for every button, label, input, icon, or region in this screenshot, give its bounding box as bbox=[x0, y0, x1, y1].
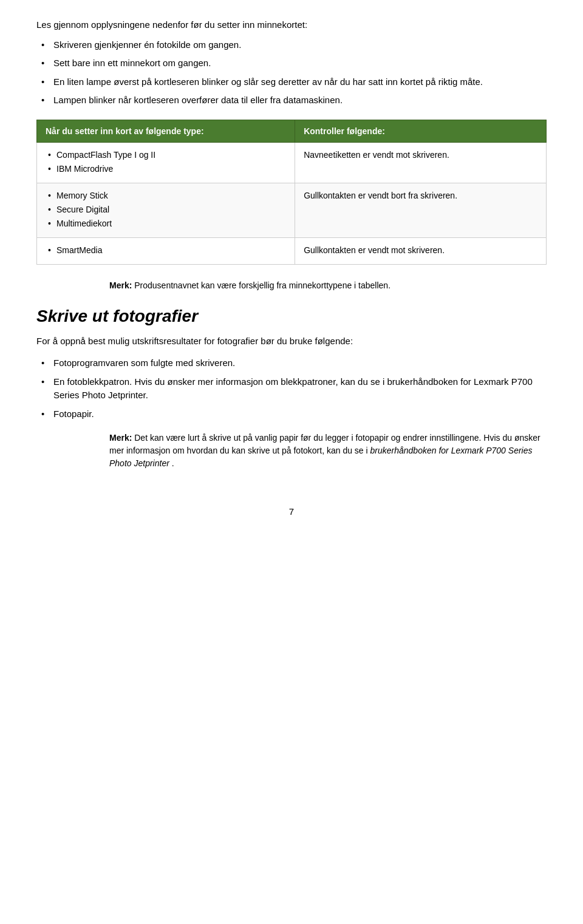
card-type-memorystick: Memory Stick bbox=[46, 189, 286, 202]
page-number: 7 bbox=[36, 506, 547, 517]
card-type-securedigital: Secure Digital bbox=[46, 203, 286, 216]
intro-bullet-4: Lampen blinker når kortleseren overfører… bbox=[36, 93, 547, 107]
skrive-section: Skrive ut fotografier For å oppnå best m… bbox=[36, 307, 547, 470]
intro-paragraph: Les gjennom opplysningene nedenfor før d… bbox=[36, 18, 547, 32]
table-cell-col2-row3: Gullkontakten er vendt mot skriveren. bbox=[295, 237, 547, 264]
card-type-compactflash: CompactFlash Type I og II bbox=[46, 149, 286, 161]
table-header-col1: Når du setter inn kort av følgende type: bbox=[37, 120, 295, 142]
merk-note-block: Merk: Produsentnavnet kan være forskjell… bbox=[109, 279, 547, 292]
table-row: Memory Stick Secure Digital Multimedieko… bbox=[37, 183, 547, 237]
intro-bullet-1: Skriveren gjenkjenner én fotokilde om ga… bbox=[36, 38, 547, 52]
intro-bullet-3: En liten lampe øverst på kortleseren bli… bbox=[36, 75, 547, 89]
skrive-bullet-list: Fotoprogramvaren som fulgte med skrivere… bbox=[36, 356, 547, 421]
card-type-multimediekort: Multimediekort bbox=[46, 217, 286, 230]
table-cell-col1-row3: SmartMedia bbox=[37, 237, 295, 264]
skrive-note-label: Merk: bbox=[109, 433, 132, 443]
table-header-col2: Kontroller følgende: bbox=[295, 120, 547, 142]
card-type-table: Når du setter inn kort av følgende type:… bbox=[36, 120, 547, 265]
table-cell-col1-row2: Memory Stick Secure Digital Multimedieko… bbox=[37, 183, 295, 237]
intro-bullet-list: Skriveren gjenkjenner én fotokilde om ga… bbox=[36, 38, 547, 107]
table-row: CompactFlash Type I og II IBM Microdrive… bbox=[37, 142, 547, 183]
table-cell-col2-row2: Gullkontakten er vendt bort fra skrivere… bbox=[295, 183, 547, 237]
card-type-smartmedia: SmartMedia bbox=[46, 244, 286, 257]
table-row: SmartMedia Gullkontakten er vendt mot sk… bbox=[37, 237, 547, 264]
intro-bullet-2: Sett bare inn ett minnekort om gangen. bbox=[36, 56, 547, 70]
skrive-bullet-1: Fotoprogramvaren som fulgte med skrivere… bbox=[36, 356, 547, 370]
section-intro: For å oppnå best mulig utskriftsresultat… bbox=[36, 335, 547, 348]
card-type-ibm: IBM Microdrive bbox=[46, 163, 286, 175]
skrive-bullet-2: En fotoblekkpatron. Hvis du ønsker mer i… bbox=[36, 375, 547, 403]
skrive-note-block: Merk: Det kan være lurt å skrive ut på v… bbox=[109, 432, 547, 470]
section-heading: Skrive ut fotografier bbox=[36, 307, 547, 326]
merk-note-text: Produsentnavnet kan være forskjellig fra… bbox=[134, 280, 390, 290]
skrive-note-text-after: . bbox=[172, 458, 174, 468]
intro-section: Les gjennom opplysningene nedenfor før d… bbox=[36, 18, 547, 107]
skrive-bullet-3: Fotopapir. bbox=[36, 407, 547, 421]
merk-label: Merk: bbox=[109, 280, 132, 290]
table-cell-col1-row1: CompactFlash Type I og II IBM Microdrive bbox=[37, 142, 295, 183]
table-cell-col2-row1: Navneetiketten er vendt mot skriveren. bbox=[295, 142, 547, 183]
